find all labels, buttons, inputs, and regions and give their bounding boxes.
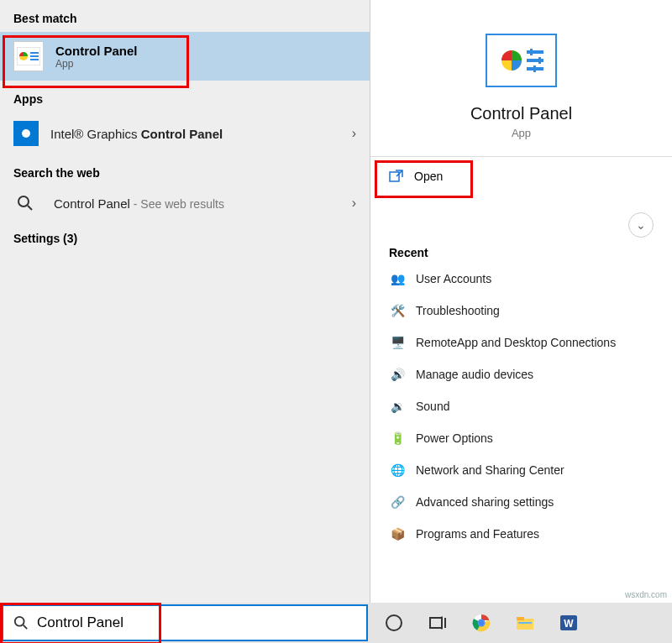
network-icon: 🌐 <box>389 462 406 478</box>
watermark: wsxdn.com <box>625 590 667 599</box>
search-web-heading: Search the web <box>0 154 370 186</box>
preview-pane: Control Panel App Open ⌄ Recent 👥User Ac… <box>370 0 672 603</box>
svg-rect-3 <box>30 55 39 57</box>
recent-item-sharing[interactable]: 🔗Advanced sharing settings <box>370 486 672 518</box>
svg-rect-27 <box>517 617 524 620</box>
open-icon <box>389 169 404 184</box>
chevron-right-icon[interactable]: › <box>352 126 356 141</box>
apps-heading: Apps <box>0 81 370 112</box>
search-icon <box>17 195 34 212</box>
audio-devices-icon: 🔊 <box>389 366 406 383</box>
svg-point-25 <box>479 620 485 626</box>
search-input[interactable] <box>37 614 356 631</box>
task-view-button[interactable] <box>418 604 457 641</box>
svg-line-16 <box>24 625 28 630</box>
expand-button[interactable]: ⌄ <box>628 212 654 238</box>
open-label: Open <box>414 170 443 183</box>
recent-item-power[interactable]: 🔋Power Options <box>370 422 672 454</box>
search-icon <box>13 615 29 630</box>
user-accounts-icon: 👥 <box>389 270 406 287</box>
web-result-label: Control Panel - See web results <box>54 196 224 211</box>
power-options-icon: 🔋 <box>389 430 406 447</box>
app-result-label: Intel® Graphics Control Panel <box>50 127 223 141</box>
file-explorer-button[interactable] <box>506 604 544 641</box>
sharing-icon: 🔗 <box>389 494 406 510</box>
best-match-title: Control Panel <box>55 44 138 58</box>
programs-icon: 📦 <box>389 525 406 542</box>
remoteapp-icon: 🖥️ <box>389 334 406 351</box>
troubleshooting-icon: 🛠️ <box>389 302 406 319</box>
svg-point-5 <box>18 196 29 206</box>
recent-item-remoteapp[interactable]: 🖥️RemoteApp and Desktop Connections <box>370 327 672 358</box>
recent-heading: Recent <box>370 238 672 263</box>
best-match-heading: Best match <box>0 0 370 32</box>
recent-item-audio-devices[interactable]: 🔊Manage audio devices <box>370 358 672 390</box>
svg-rect-8 <box>527 50 543 54</box>
word-button[interactable]: W <box>549 604 588 641</box>
sound-icon: 🔉 <box>389 398 406 415</box>
recent-item-sound[interactable]: 🔉Sound <box>370 390 672 422</box>
preview-title: Control Panel <box>470 104 572 123</box>
svg-point-17 <box>386 615 402 630</box>
settings-heading[interactable]: Settings (3) <box>0 220 370 252</box>
intel-graphics-icon <box>13 121 39 146</box>
taskbar: W <box>0 603 672 643</box>
svg-rect-4 <box>30 59 39 60</box>
app-result-intel-graphics[interactable]: Intel® Graphics Control Panel › <box>0 112 370 154</box>
chevron-right-icon[interactable]: › <box>352 196 356 211</box>
recent-item-programs[interactable]: 📦Programs and Features <box>370 518 672 550</box>
results-column: Best match Control Panel App Apps Intel®… <box>0 0 370 603</box>
best-match-result[interactable]: Control Panel App <box>0 32 370 81</box>
control-panel-icon <box>13 41 44 71</box>
svg-rect-12 <box>538 57 541 64</box>
recent-item-troubleshooting[interactable]: 🛠️Troubleshooting <box>370 295 672 327</box>
svg-rect-18 <box>430 618 442 628</box>
preview-header: Control Panel App <box>370 0 672 157</box>
svg-point-15 <box>15 617 24 626</box>
recent-list: 👥User Accounts 🛠️Troubleshooting 🖥️Remot… <box>370 263 672 550</box>
control-panel-large-icon <box>486 34 557 87</box>
open-action[interactable]: Open <box>370 157 672 196</box>
svg-text:W: W <box>564 618 574 630</box>
recent-item-network[interactable]: 🌐Network and Sharing Center <box>370 454 672 486</box>
chrome-button[interactable] <box>462 604 501 641</box>
start-search-panel: Best match Control Panel App Apps Intel®… <box>0 0 672 603</box>
taskbar-icons: W <box>370 604 593 641</box>
web-result[interactable]: Control Panel - See web results › <box>0 186 370 220</box>
svg-rect-11 <box>530 49 533 55</box>
taskbar-search[interactable] <box>2 604 368 641</box>
cortana-button[interactable] <box>375 604 413 641</box>
svg-rect-28 <box>518 622 532 624</box>
svg-line-6 <box>28 206 32 210</box>
best-match-text: Control Panel App <box>55 44 138 70</box>
recent-item-user-accounts[interactable]: 👥User Accounts <box>370 263 672 295</box>
svg-rect-13 <box>533 65 536 72</box>
best-match-subtitle: App <box>55 58 138 70</box>
svg-rect-2 <box>30 52 39 54</box>
svg-rect-14 <box>390 172 399 181</box>
preview-subtitle: App <box>512 127 531 139</box>
